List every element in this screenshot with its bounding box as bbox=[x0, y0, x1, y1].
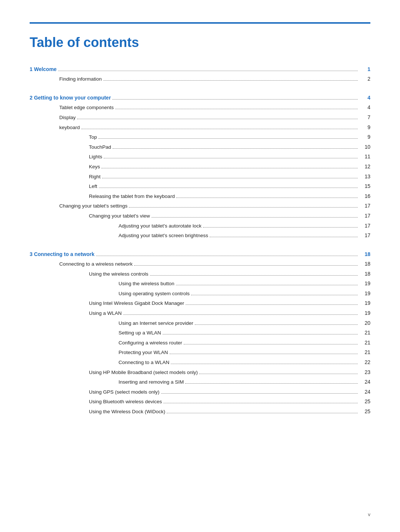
toc-entry: Protecting your WLAN21 bbox=[30, 348, 370, 357]
toc-dots bbox=[77, 119, 358, 119]
toc-entry: Changing your tablet's view17 bbox=[30, 212, 370, 220]
toc-page: 1 bbox=[359, 65, 370, 73]
toc-dots bbox=[99, 138, 358, 139]
toc-entry: Inserting and removing a SIM24 bbox=[30, 378, 370, 386]
toc-entry: Lights11 bbox=[30, 152, 370, 161]
toc-entry: Using a WLAN19 bbox=[30, 309, 370, 317]
second-rule bbox=[30, 23, 370, 24]
toc-entry: Using the wireless controls18 bbox=[30, 270, 370, 278]
toc-entry: Top9 bbox=[30, 133, 370, 141]
toc-page: 9 bbox=[359, 133, 370, 141]
toc-page: 4 bbox=[359, 103, 370, 111]
toc-dots bbox=[101, 168, 358, 168]
toc-dots bbox=[129, 207, 358, 208]
toc-label: Tablet edge components bbox=[59, 104, 114, 112]
toc-page: 15 bbox=[359, 182, 370, 190]
toc-entry: Right13 bbox=[30, 172, 370, 181]
toc-entry: TouchPad10 bbox=[30, 143, 370, 151]
toc-label: Connecting to a wireless network bbox=[59, 260, 133, 268]
toc-page: 19 bbox=[359, 279, 370, 287]
toc-dots bbox=[163, 334, 358, 334]
toc-dots bbox=[102, 178, 358, 178]
toc-dots bbox=[191, 295, 358, 295]
toc-dots bbox=[115, 109, 358, 109]
toc-entry: Using GPS (select models only)24 bbox=[30, 388, 370, 396]
toc-page: 18 bbox=[359, 250, 370, 258]
toc-page: 2 bbox=[359, 75, 370, 83]
toc-page: 11 bbox=[359, 152, 370, 161]
toc-page: 25 bbox=[359, 397, 370, 405]
toc-label: Changing your tablet's settings bbox=[59, 202, 127, 210]
toc-entry: Using operating system controls19 bbox=[30, 289, 370, 298]
toc-label: TouchPad bbox=[89, 143, 111, 151]
toc-page: 24 bbox=[359, 378, 370, 386]
toc-dots bbox=[163, 403, 358, 403]
toc-dots bbox=[203, 227, 358, 228]
toc-entry: Connecting to a wireless network18 bbox=[30, 260, 370, 268]
toc-entry: Releasing the tablet from the keyboard16 bbox=[30, 192, 370, 201]
toc-page: 17 bbox=[359, 231, 370, 239]
toc-label: Releasing the tablet from the keyboard bbox=[89, 192, 175, 201]
toc-label: Connecting to a WLAN bbox=[119, 358, 169, 367]
toc-dots bbox=[185, 383, 358, 384]
toc-entry: Using Bluetooth wireless devices25 bbox=[30, 397, 370, 406]
toc-dots bbox=[186, 304, 358, 305]
toc-dots bbox=[113, 148, 358, 149]
toc-label: Display bbox=[59, 114, 76, 122]
toc-dots bbox=[176, 285, 358, 285]
toc-label: keyboard bbox=[59, 124, 80, 132]
toc-entry: Configuring a wireless router21 bbox=[30, 339, 370, 347]
toc-dots bbox=[81, 129, 358, 129]
toc-label: Using the wireless controls bbox=[89, 270, 149, 278]
toc-page: 17 bbox=[359, 212, 370, 220]
toc-label: Lights bbox=[89, 153, 102, 161]
toc-label: Setting up a WLAN bbox=[119, 329, 161, 337]
toc-entry: Adjusting your tablet's autorotate lock1… bbox=[30, 222, 370, 230]
toc-page: 21 bbox=[359, 348, 370, 356]
toc-dots bbox=[210, 237, 358, 237]
toc-page: 12 bbox=[359, 162, 370, 171]
toc-entry: Connecting to a WLAN22 bbox=[30, 358, 370, 367]
toc-page: 17 bbox=[359, 202, 370, 210]
toc-container: 1 Welcome1Finding information22 Getting … bbox=[30, 65, 370, 416]
toc-page: 13 bbox=[359, 172, 370, 181]
toc-label: 1 Welcome bbox=[30, 65, 57, 73]
toc-dots bbox=[184, 344, 358, 344]
toc-label: Using the wireless button bbox=[119, 280, 174, 288]
toc-entry: Using HP Mobile Broadband (select models… bbox=[30, 368, 370, 377]
toc-entry: Tablet edge components4 bbox=[30, 103, 370, 112]
page-title: Table of contents bbox=[30, 35, 370, 50]
toc-label: 3 Connecting to a network bbox=[30, 250, 94, 258]
toc-label: Using Intel Wireless Gigabit Dock Manage… bbox=[89, 299, 184, 307]
toc-page: 22 bbox=[359, 358, 370, 366]
toc-dots bbox=[167, 413, 358, 413]
toc-page: 25 bbox=[359, 407, 370, 415]
toc-dots bbox=[161, 393, 358, 394]
toc-entry: Using the Wireless Dock (WiDock)25 bbox=[30, 407, 370, 416]
toc-page: 19 bbox=[359, 309, 370, 317]
toc-label: Left bbox=[89, 182, 97, 191]
toc-page: 20 bbox=[359, 319, 370, 327]
toc-entry: 2 Getting to know your computer4 bbox=[30, 94, 370, 102]
toc-entry: Changing your tablet's settings17 bbox=[30, 202, 370, 210]
toc-page: 17 bbox=[359, 222, 370, 230]
toc-page: 23 bbox=[359, 368, 370, 376]
page-footer: v bbox=[368, 512, 371, 517]
toc-entry: keyboard9 bbox=[30, 123, 370, 132]
toc-entry: Finding information2 bbox=[30, 75, 370, 83]
toc-dots bbox=[103, 80, 358, 81]
toc-dots bbox=[96, 256, 358, 256]
toc-dots bbox=[171, 364, 358, 364]
toc-entry: 1 Welcome1 bbox=[30, 65, 370, 73]
toc-dots bbox=[199, 374, 358, 374]
toc-entry: Keys12 bbox=[30, 162, 370, 171]
toc-dots bbox=[123, 314, 358, 315]
toc-entry: 3 Connecting to a network18 bbox=[30, 250, 370, 258]
toc-label: Using a WLAN bbox=[89, 309, 122, 317]
toc-label: Right bbox=[89, 173, 101, 181]
toc-page: 18 bbox=[359, 260, 370, 268]
toc-entry: Using an Internet service provider20 bbox=[30, 319, 370, 327]
toc-dots bbox=[112, 99, 358, 100]
toc-label: Protecting your WLAN bbox=[119, 349, 168, 357]
toc-page: 24 bbox=[359, 388, 370, 396]
